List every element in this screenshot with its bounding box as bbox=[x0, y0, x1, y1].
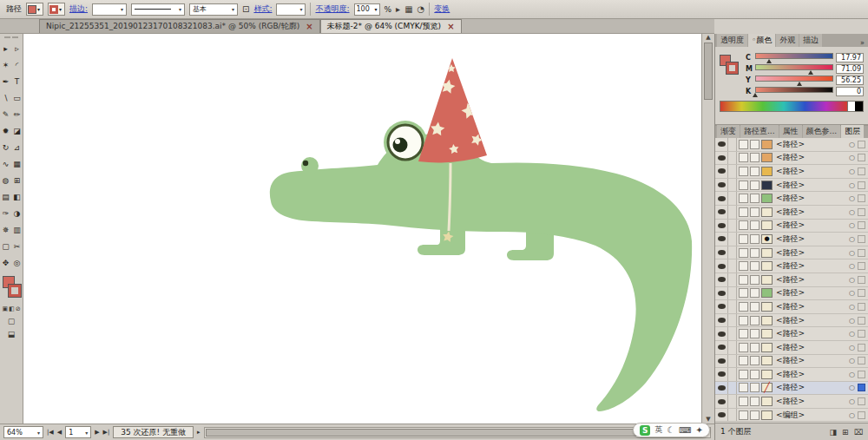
ime-tools-icon[interactable]: ✦ bbox=[696, 425, 703, 435]
selection-indicator[interactable] bbox=[858, 154, 865, 161]
line-segment-tool[interactable]: ∖ bbox=[0, 89, 11, 106]
panel-tab-top-2[interactable]: ◦颜色 bbox=[748, 34, 775, 47]
channel-value-input[interactable]: 71.09 bbox=[836, 64, 864, 74]
target-circle-icon[interactable]: ○ bbox=[849, 317, 855, 325]
stroke-weight-select[interactable]: ▾ bbox=[92, 3, 127, 16]
color-spectrum[interactable] bbox=[720, 101, 864, 112]
recolor-artwork-icon[interactable]: ▦ bbox=[404, 4, 412, 14]
fill-stroke-swatches[interactable] bbox=[0, 276, 23, 302]
layer-name[interactable]: <路径> bbox=[776, 220, 849, 231]
lock-toggle[interactable] bbox=[728, 300, 737, 313]
layer-row[interactable]: ╱<路径>○ bbox=[715, 382, 868, 396]
eraser-tool[interactable]: ◪ bbox=[11, 122, 23, 139]
rectangle-tool[interactable]: ▭ bbox=[11, 89, 23, 106]
color-fill-stroke[interactable] bbox=[720, 55, 742, 79]
layer-name[interactable]: <路径> bbox=[776, 193, 849, 204]
visibility-toggle[interactable] bbox=[715, 314, 728, 327]
visibility-toggle[interactable] bbox=[715, 368, 728, 381]
stroke-panel-link[interactable]: 描边: bbox=[69, 3, 88, 15]
style-select[interactable]: ▾ bbox=[276, 3, 306, 16]
layer-name[interactable]: <路径> bbox=[776, 315, 849, 326]
keyboard-icon[interactable]: ⌨ bbox=[679, 425, 691, 435]
opacity-panel-link[interactable]: 不透明度: bbox=[315, 3, 349, 15]
lock-toggle[interactable] bbox=[728, 368, 737, 381]
horizontal-scroll-thumb[interactable] bbox=[206, 429, 691, 437]
perspective-grid-tool[interactable]: ⊞ bbox=[11, 172, 23, 188]
layer-name[interactable]: <路径> bbox=[776, 139, 849, 150]
layer-name[interactable]: <路径> bbox=[776, 180, 849, 191]
close-icon[interactable]: × bbox=[447, 22, 454, 31]
visibility-toggle[interactable] bbox=[715, 152, 728, 165]
lock-toggle[interactable] bbox=[728, 355, 737, 368]
layer-row[interactable]: <路径>○ bbox=[715, 259, 868, 273]
channel-slider[interactable] bbox=[755, 52, 833, 63]
layer-row[interactable]: <路径>○ bbox=[715, 246, 868, 260]
pen-tool[interactable]: ✒ bbox=[0, 73, 11, 89]
width-tool-tool[interactable]: ∿ bbox=[0, 155, 11, 172]
page-select[interactable]: 1 ▾ bbox=[65, 426, 91, 438]
selection-indicator[interactable] bbox=[858, 221, 865, 229]
target-circle-icon[interactable]: ○ bbox=[849, 289, 855, 297]
layer-row[interactable]: <路径>○ bbox=[715, 273, 868, 287]
layer-name[interactable]: <路径> bbox=[776, 247, 849, 259]
vertical-scrollbar[interactable]: ▲ ▼ bbox=[701, 34, 714, 424]
spectrum-ramp[interactable] bbox=[720, 102, 847, 111]
stroke-swatch[interactable] bbox=[9, 285, 21, 297]
sogou-logo-icon[interactable]: S bbox=[640, 425, 650, 436]
target-circle-icon[interactable]: ○ bbox=[849, 384, 855, 391]
panel-tab-mid-4[interactable]: 颜色参... bbox=[803, 125, 841, 138]
layer-name[interactable]: <路径> bbox=[776, 342, 849, 353]
scale-tool[interactable]: ⊿ bbox=[11, 139, 23, 155]
selection-indicator[interactable] bbox=[858, 411, 865, 419]
layer-name[interactable]: <路径> bbox=[776, 369, 849, 380]
selection-indicator[interactable] bbox=[858, 194, 865, 202]
gradient-mode-button[interactable]: ◧ bbox=[9, 305, 15, 312]
target-circle-icon[interactable]: ○ bbox=[849, 194, 855, 202]
lock-toggle[interactable] bbox=[728, 327, 737, 340]
layer-name[interactable]: <路径> bbox=[776, 301, 849, 312]
layer-row[interactable]: <路径>○ bbox=[715, 192, 868, 206]
selection-indicator[interactable] bbox=[858, 384, 865, 391]
lock-toggle[interactable] bbox=[728, 273, 737, 286]
layer-row[interactable]: <路径>○ bbox=[715, 220, 868, 233]
document-tab-1[interactable]: Nipic_21255351_20190123170108321083.ai* … bbox=[39, 19, 320, 33]
artboard-tool[interactable]: ▢ bbox=[0, 238, 11, 254]
magic-wand-tool[interactable]: ✶ bbox=[0, 56, 11, 73]
symbol-sprayer-tool[interactable]: ✵ bbox=[0, 221, 11, 238]
visibility-toggle[interactable] bbox=[715, 341, 728, 354]
status-expander-icon[interactable]: ▸ bbox=[197, 429, 201, 436]
lock-toggle[interactable] bbox=[728, 382, 737, 395]
close-icon[interactable]: × bbox=[306, 22, 312, 31]
pencil-tool[interactable]: ✏ bbox=[11, 106, 23, 122]
lock-toggle[interactable] bbox=[728, 138, 737, 151]
visibility-toggle[interactable] bbox=[715, 287, 728, 300]
layer-row[interactable]: <路径>○ bbox=[715, 165, 868, 179]
target-circle-icon[interactable]: ○ bbox=[849, 167, 855, 175]
screen-mode-button[interactable]: ⬓ bbox=[8, 330, 16, 338]
channel-slider[interactable] bbox=[755, 75, 833, 86]
target-circle-icon[interactable]: ○ bbox=[849, 208, 855, 216]
visibility-toggle[interactable] bbox=[715, 327, 728, 340]
lock-toggle[interactable] bbox=[728, 314, 737, 327]
target-circle-icon[interactable]: ○ bbox=[849, 371, 855, 378]
selection-indicator[interactable] bbox=[858, 141, 865, 148]
visibility-toggle[interactable] bbox=[715, 246, 728, 259]
panel-tab-mid-3[interactable]: 属性 bbox=[779, 125, 802, 138]
selection-indicator[interactable] bbox=[858, 317, 865, 325]
visibility-toggle[interactable] bbox=[715, 206, 728, 219]
vertical-scroll-thumb[interactable] bbox=[704, 43, 713, 100]
target-circle-icon[interactable]: ○ bbox=[849, 154, 855, 161]
none-mode-button[interactable]: ⊘ bbox=[16, 305, 21, 312]
channel-value-input[interactable]: 17.97 bbox=[836, 53, 864, 62]
zoom-select[interactable]: 64% ▾ bbox=[3, 426, 43, 438]
style-panel-link[interactable]: 样式: bbox=[253, 3, 272, 15]
prev-page-button[interactable]: ◀ bbox=[57, 429, 62, 436]
layer-name[interactable]: <路径> bbox=[776, 328, 849, 339]
lock-toggle[interactable] bbox=[728, 220, 737, 233]
channel-slider[interactable] bbox=[755, 63, 833, 75]
target-circle-icon[interactable]: ○ bbox=[849, 249, 855, 257]
lock-toggle[interactable] bbox=[728, 152, 737, 165]
spectrum-white-swatch[interactable] bbox=[847, 102, 855, 111]
lock-toggle[interactable] bbox=[728, 206, 737, 219]
layer-name[interactable]: <路径> bbox=[776, 382, 849, 393]
